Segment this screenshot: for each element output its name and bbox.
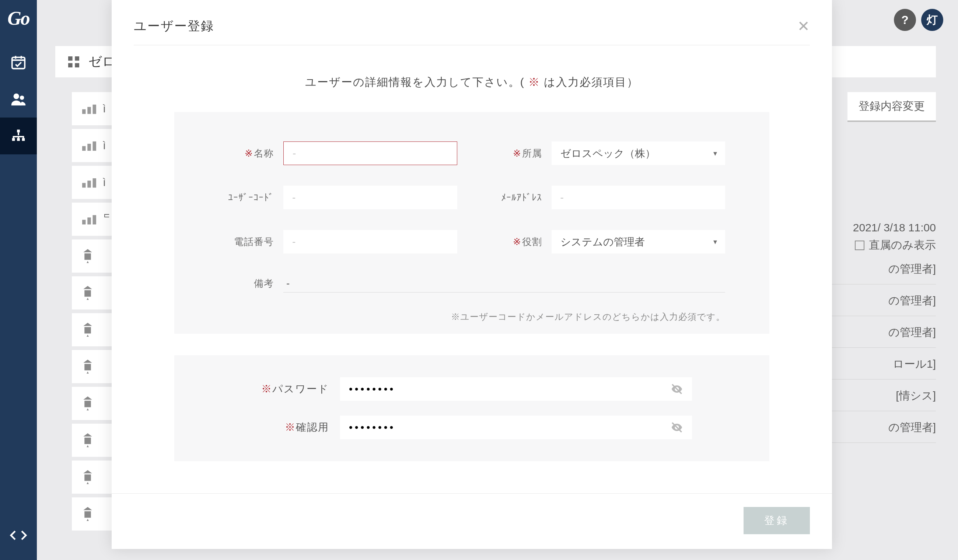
- field-name: ※名称: [219, 141, 457, 165]
- modal-header: ユーザー登録 ✕: [134, 18, 810, 45]
- help-button[interactable]: ?: [894, 9, 916, 31]
- svg-rect-5: [17, 138, 20, 141]
- svg-rect-21: [87, 217, 91, 224]
- direct-only-checkbox[interactable]: 直属のみ表示: [855, 238, 936, 253]
- close-icon[interactable]: ✕: [797, 19, 810, 33]
- user-detail-form: ※名称 ※所属 ゼロスペック（株） ﾕｰｻﾞｰｺｰﾄﾞ ﾒｰﾙｱﾄﾞﾚｽ: [174, 112, 769, 334]
- header-actions: ? 灯: [894, 9, 943, 31]
- notes-input[interactable]: [283, 274, 725, 292]
- field-password-confirm: ※確認用: [252, 416, 692, 439]
- svg-rect-11: [82, 109, 86, 114]
- submit-button[interactable]: 登録: [744, 507, 810, 534]
- svg-rect-14: [82, 146, 86, 151]
- timestamp: 2021/ 3/18 11:00: [853, 221, 936, 234]
- svg-rect-22: [93, 215, 97, 224]
- app-logo: Go: [7, 7, 30, 29]
- svg-rect-16: [93, 141, 97, 151]
- svg-rect-12: [87, 107, 91, 114]
- field-email: ﾒｰﾙｱﾄﾞﾚｽ: [487, 186, 725, 209]
- tab-edit-registration[interactable]: 登録内容変更: [847, 92, 936, 122]
- eye-off-icon[interactable]: [671, 383, 683, 395]
- field-affiliation: ※所属 ゼロスペック（株）: [487, 141, 725, 165]
- field-password: ※パスワード: [252, 377, 692, 401]
- brand-badge[interactable]: 灯: [921, 9, 943, 31]
- modal-title: ユーザー登録: [134, 18, 214, 35]
- nav-calendar[interactable]: [0, 44, 37, 81]
- password-section: ※パスワード ※確認用: [174, 355, 769, 461]
- field-phone: 電話番号: [219, 230, 457, 254]
- left-nav-rail: Go: [0, 0, 37, 560]
- svg-rect-15: [87, 144, 91, 151]
- field-role: ※役割 システムの管理者: [487, 230, 725, 254]
- modal-footer: 登録: [112, 493, 832, 534]
- svg-rect-4: [12, 138, 15, 141]
- nav-org-active[interactable]: [0, 117, 37, 154]
- svg-rect-0: [12, 57, 25, 69]
- password-input[interactable]: [349, 383, 671, 395]
- form-helper-text: ※ユーザーコードかメールアドレスのどちらかは入力必須です。: [219, 311, 725, 323]
- field-notes: 備考: [219, 274, 725, 292]
- email-input[interactable]: [552, 186, 725, 209]
- nav-users[interactable]: [0, 81, 37, 117]
- svg-point-2: [20, 95, 24, 100]
- svg-rect-3: [17, 130, 20, 133]
- svg-rect-6: [22, 138, 25, 141]
- svg-rect-10: [75, 63, 79, 67]
- svg-rect-20: [82, 220, 86, 225]
- svg-rect-18: [87, 181, 91, 187]
- svg-rect-8: [75, 56, 79, 61]
- checkbox-icon: [855, 241, 864, 250]
- role-select[interactable]: システムの管理者: [552, 230, 725, 254]
- svg-point-1: [14, 94, 19, 99]
- field-user-code: ﾕｰｻﾞｰｺｰﾄﾞ: [219, 186, 457, 209]
- eye-off-icon[interactable]: [671, 421, 683, 434]
- svg-rect-13: [93, 105, 97, 114]
- name-input[interactable]: [283, 141, 457, 165]
- phone-input[interactable]: [283, 230, 457, 254]
- svg-rect-19: [93, 178, 97, 187]
- svg-rect-9: [68, 63, 73, 67]
- user-code-input[interactable]: [283, 186, 457, 209]
- affiliation-select[interactable]: ゼロスペック（株）: [552, 141, 725, 165]
- user-register-modal: ユーザー登録 ✕ ユーザーの詳細情報を入力して下さい。( ※ は入力必須項目） …: [112, 0, 832, 549]
- grid-icon: [66, 54, 81, 69]
- svg-rect-17: [82, 183, 86, 188]
- password-confirm-input[interactable]: [349, 422, 671, 433]
- svg-rect-7: [68, 56, 73, 61]
- modal-instruction: ユーザーの詳細情報を入力して下さい。( ※ は入力必須項目）: [134, 75, 810, 90]
- rail-collapse-icon[interactable]: [8, 525, 29, 545]
